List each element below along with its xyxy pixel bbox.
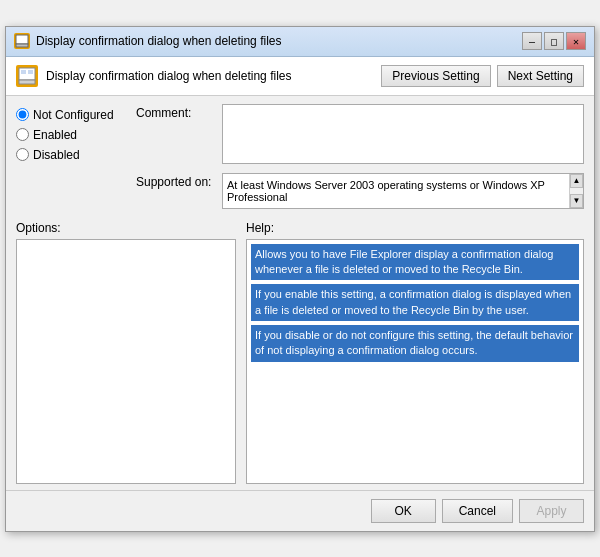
dialog-icon (14, 33, 30, 49)
apply-button[interactable]: Apply (519, 499, 584, 523)
comment-row: Comment: (136, 104, 584, 167)
options-label: Options: (16, 221, 236, 235)
radio-group: Not Configured Enabled Disabled (16, 108, 126, 162)
previous-setting-button[interactable]: Previous Setting (381, 65, 490, 87)
help-panel: Help: Allows you to have File Explorer d… (246, 221, 584, 484)
help-block-1: Allows you to have File Explorer display… (251, 244, 579, 281)
radio-disabled-label: Disabled (33, 148, 80, 162)
radio-not-configured-label: Not Configured (33, 108, 114, 122)
comment-textarea[interactable] (222, 104, 584, 164)
title-controls: — □ ✕ (522, 32, 586, 50)
supported-row: Supported on: At least Windows Server 20… (136, 173, 584, 209)
close-button[interactable]: ✕ (566, 32, 586, 50)
help-box: Allows you to have File Explorer display… (246, 239, 584, 484)
options-box (16, 239, 236, 484)
radio-disabled[interactable]: Disabled (16, 148, 126, 162)
setting-header: Display confirmation dialog when deletin… (6, 57, 594, 96)
scroll-up-arrow[interactable]: ▲ (570, 174, 583, 188)
next-setting-button[interactable]: Next Setting (497, 65, 584, 87)
svg-rect-0 (16, 35, 28, 44)
options-panel: Options: (16, 221, 236, 484)
svg-rect-1 (16, 44, 28, 47)
title-text: Display confirmation dialog when deletin… (36, 34, 281, 48)
help-block-2: If you enable this setting, a confirmati… (251, 284, 579, 321)
title-bar-left: Display confirmation dialog when deletin… (14, 33, 281, 49)
help-label: Help: (246, 221, 584, 235)
footer: OK Cancel Apply (6, 490, 594, 531)
radio-enabled[interactable]: Enabled (16, 128, 126, 142)
setting-title: Display confirmation dialog when deletin… (46, 69, 291, 83)
main-content: Not Configured Enabled Disabled Comment: (6, 96, 594, 217)
minimize-button[interactable]: — (522, 32, 542, 50)
nav-buttons: Previous Setting Next Setting (381, 65, 584, 87)
svg-rect-3 (19, 80, 35, 84)
supported-label: Supported on: (136, 173, 216, 189)
maximize-button[interactable]: □ (544, 32, 564, 50)
supported-scrollbar[interactable]: ▲ ▼ (569, 174, 583, 208)
cancel-button[interactable]: Cancel (442, 499, 513, 523)
help-block-3: If you disable or do not configure this … (251, 325, 579, 362)
main-dialog: Display confirmation dialog when deletin… (5, 26, 595, 532)
svg-rect-4 (21, 70, 26, 74)
svg-rect-5 (28, 70, 33, 74)
radio-not-configured-input[interactable] (16, 108, 29, 121)
radio-enabled-label: Enabled (33, 128, 77, 142)
comment-label: Comment: (136, 104, 216, 120)
scroll-down-arrow[interactable]: ▼ (570, 194, 583, 208)
supported-text: At least Windows Server 2003 operating s… (227, 179, 579, 203)
radio-not-configured[interactable]: Not Configured (16, 108, 126, 122)
radio-disabled-input[interactable] (16, 148, 29, 161)
setting-icon (16, 65, 38, 87)
supported-box: At least Windows Server 2003 operating s… (222, 173, 584, 209)
right-panel: Comment: Supported on: At least Windows … (136, 104, 584, 209)
bottom-section: Options: Help: Allows you to have File E… (6, 221, 594, 484)
title-bar: Display confirmation dialog when deletin… (6, 27, 594, 57)
radio-enabled-input[interactable] (16, 128, 29, 141)
left-panel: Not Configured Enabled Disabled (16, 104, 126, 209)
ok-button[interactable]: OK (371, 499, 436, 523)
